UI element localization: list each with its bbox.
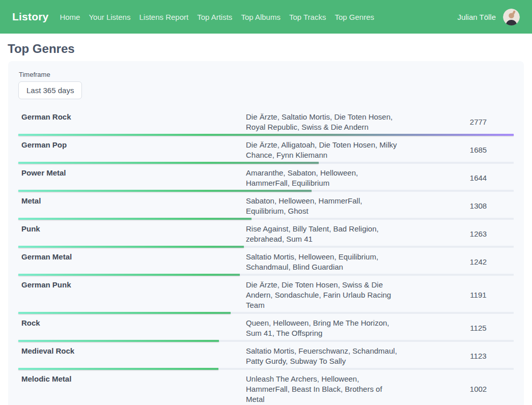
genre-artists: Die Ärzte, Alligatoah, Die Toten Hosen, … (246, 139, 399, 160)
genre-name: Rock (18, 317, 246, 338)
genre-artists: Queen, Helloween, Bring Me The Horizon, … (246, 317, 399, 338)
genre-artists: Saltatio Mortis, Helloween, Equilibrium,… (246, 251, 399, 272)
timeframe-label: Timeframe (19, 71, 514, 78)
genre-name: Melodic Metal (18, 373, 246, 404)
page-title: Top Genres (8, 42, 532, 56)
main-content: Top Genres Timeframe Last 365 days Germa… (0, 42, 532, 405)
genre-row: German Rock Die Ärzte, Saltatio Mortis, … (18, 108, 514, 136)
genre-row: Medieval Rock Saltatio Mortis, Feuerschw… (18, 342, 514, 370)
genre-count: 1242 (443, 257, 514, 266)
nav-item-your-listens[interactable]: Your Listens (89, 13, 130, 21)
genre-count: 1123 (443, 352, 514, 360)
genre-count: 1002 (443, 385, 514, 393)
nav-item-listens-report[interactable]: Listens Report (139, 13, 188, 21)
genre-name: Medieval Rock (18, 345, 246, 366)
user-avatar[interactable] (503, 9, 520, 25)
genre-name: Power Metal (18, 167, 246, 188)
genre-count: 1644 (443, 173, 514, 182)
genre-row: German Punk Die Ärzte, Die Toten Hosen, … (18, 276, 514, 314)
genres-table: German Rock Die Ärzte, Saltatio Mortis, … (18, 108, 514, 405)
genre-row: Metal Sabaton, Helloween, HammerFall, Eq… (18, 192, 514, 220)
genre-row: Melodic Metal Unleash The Archers, Hello… (18, 370, 514, 405)
nav-item-top-albums[interactable]: Top Albums (241, 13, 281, 21)
genre-artists: Amaranthe, Sabaton, Helloween, HammerFal… (246, 167, 399, 188)
genre-name: German Punk (18, 279, 246, 310)
genre-row: German Metal Saltatio Mortis, Helloween,… (18, 248, 514, 276)
timeframe-select[interactable]: Last 365 days (18, 81, 82, 99)
user-menu: Julian Tölle (457, 9, 520, 25)
genre-name: German Rock (18, 111, 246, 132)
genre-name: Metal (18, 195, 246, 216)
genre-count: 1125 (443, 324, 514, 332)
main-nav: Home Your Listens Listens Report Top Art… (60, 13, 374, 21)
genre-count: 1263 (443, 229, 514, 238)
navbar: Listory Home Your Listens Listens Report… (0, 0, 532, 34)
genre-count: 1191 (443, 291, 514, 299)
genre-artists: Die Ärzte, Saltatio Mortis, Die Toten Ho… (246, 111, 399, 132)
genre-row: Punk Rise Against, Billy Talent, Bad Rel… (18, 220, 514, 248)
genre-row: Rock Queen, Helloween, Bring Me The Hori… (18, 314, 514, 342)
app-logo[interactable]: Listory (12, 11, 48, 23)
genre-name: German Metal (18, 251, 246, 272)
top-genres-card: Timeframe Last 365 days German Rock Die … (8, 61, 524, 405)
nav-item-top-genres[interactable]: Top Genres (334, 13, 374, 21)
genre-artists: Saltatio Mortis, Feuerschwanz, Schandmau… (246, 345, 399, 366)
nav-item-home[interactable]: Home (60, 13, 80, 21)
genre-row: German Pop Die Ärzte, Alligatoah, Die To… (18, 136, 514, 164)
genre-count: 1685 (443, 146, 514, 154)
genre-name: Punk (18, 223, 246, 244)
genre-count: 2777 (443, 118, 514, 126)
nav-item-top-tracks[interactable]: Top Tracks (289, 13, 326, 21)
genre-name: German Pop (18, 139, 246, 160)
genre-artists: Rise Against, Billy Talent, Bad Religion… (246, 223, 399, 244)
nav-item-top-artists[interactable]: Top Artists (197, 13, 232, 21)
genre-artists: Unleash The Archers, Helloween, HammerFa… (246, 373, 399, 404)
genre-count: 1308 (443, 201, 514, 210)
genre-artists: Sabaton, Helloween, HammerFall, Equilibr… (246, 195, 399, 216)
genre-artists: Die Ärzte, Die Toten Hosen, Swiss & Die … (246, 279, 399, 310)
genre-row: Power Metal Amaranthe, Sabaton, Hellowee… (18, 164, 514, 192)
user-name[interactable]: Julian Tölle (457, 13, 496, 21)
